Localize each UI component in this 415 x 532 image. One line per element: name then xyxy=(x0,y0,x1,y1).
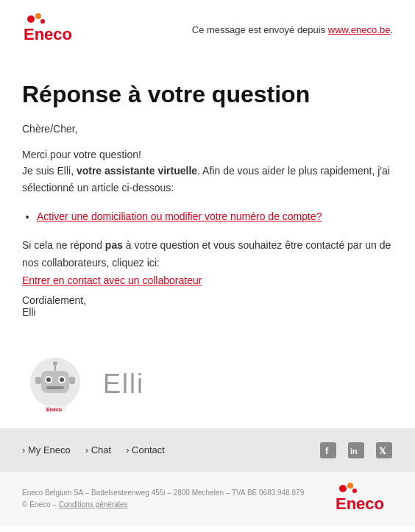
intro-text: Merci pour votre question! Je suis Elli,… xyxy=(22,146,393,196)
header-message: Ce message est envoyé depuis www.eneco.b… xyxy=(192,24,393,35)
svg-point-8 xyxy=(46,377,51,382)
svg-point-24 xyxy=(347,483,353,489)
contact-text: Si cela ne répond pas à votre question e… xyxy=(22,237,393,272)
svg-point-1 xyxy=(35,13,41,19)
svg-rect-14 xyxy=(69,377,75,384)
email-wrapper: Eneco Ce message est envoyé depuis www.e… xyxy=(0,0,415,532)
svg-point-9 xyxy=(60,377,64,382)
intro-line1: Merci pour votre question! xyxy=(22,146,393,163)
svg-rect-10 xyxy=(46,386,64,389)
svg-point-2 xyxy=(40,19,45,24)
svg-point-0 xyxy=(27,15,35,23)
conditions-link[interactable]: Conditions générales xyxy=(59,500,128,508)
svg-text:f: f xyxy=(325,445,329,456)
website-link[interactable]: www.eneco.be xyxy=(328,24,391,35)
page-title: Réponse à votre question xyxy=(22,81,393,108)
social-icons: f in 𝕏 xyxy=(319,441,393,459)
facebook-icon[interactable]: f xyxy=(319,441,337,459)
svg-text:in: in xyxy=(350,447,358,455)
elli-avatar-svg: Eneco xyxy=(22,355,88,414)
elli-section: Eneco Elli xyxy=(0,340,415,428)
elli-name-text: Elli xyxy=(103,369,144,400)
eneco-logo: Eneco xyxy=(22,13,103,46)
footer-bottom: Eneco Belgium SA – Battelsesteenweg 455i… xyxy=(0,472,415,525)
article-link[interactable]: Activer une domiciliation ou modifier vo… xyxy=(37,210,322,222)
footer-logo: Eneco xyxy=(334,483,393,515)
footer-address: Eneco Belgium SA – Battelsesteenweg 455i… xyxy=(22,487,304,511)
intro-line2: Je suis Elli, votre assistante virtuelle… xyxy=(22,163,393,196)
footer-chat-link[interactable]: › Chat xyxy=(85,444,111,455)
footer-contact-link[interactable]: › Contact xyxy=(126,444,165,455)
svg-text:Eneco: Eneco xyxy=(46,407,62,412)
footer-nav: › My Eneco › Chat › Contact f in xyxy=(0,428,415,472)
linkedin-icon[interactable]: in xyxy=(347,441,365,459)
greeting-text: Chère/Cher, xyxy=(22,123,393,135)
svg-rect-13 xyxy=(35,377,41,384)
footer-my-eneco-link[interactable]: › My Eneco xyxy=(22,444,71,455)
svg-text:Eneco: Eneco xyxy=(24,25,72,43)
svg-rect-5 xyxy=(41,371,69,393)
regards-text: Cordialement, xyxy=(22,294,393,306)
main-content: Réponse à votre question Chère/Cher, Mer… xyxy=(0,59,415,340)
svg-point-12 xyxy=(53,361,57,366)
svg-point-23 xyxy=(339,485,347,492)
footer-links: › My Eneco › Chat › Contact xyxy=(22,444,165,455)
svg-text:𝕏: 𝕏 xyxy=(379,446,386,456)
signature: Cordialement, Elli xyxy=(22,294,393,318)
contact-collaborator-link[interactable]: Entrer en contact avec un collaborateur xyxy=(22,274,202,286)
elli-avatar: Eneco xyxy=(22,355,88,414)
article-list: Activer une domiciliation ou modifier vo… xyxy=(37,210,393,222)
article-list-item: Activer une domiciliation ou modifier vo… xyxy=(37,210,393,222)
logo-area: Eneco xyxy=(22,13,103,46)
svg-text:Eneco: Eneco xyxy=(336,494,384,513)
footer-eneco-logo: Eneco xyxy=(334,483,393,515)
twitter-icon[interactable]: 𝕏 xyxy=(375,441,393,459)
footer-address-line2: © Eneco – Conditions générales xyxy=(22,499,304,511)
email-header: Eneco Ce message est envoyé depuis www.e… xyxy=(0,0,415,59)
contact-section: Si cela ne répond pas à votre question e… xyxy=(22,237,393,289)
signature-name: Elli xyxy=(22,306,393,318)
svg-point-25 xyxy=(352,489,357,493)
footer-address-line1: Eneco Belgium SA – Battelsesteenweg 455i… xyxy=(22,487,304,499)
